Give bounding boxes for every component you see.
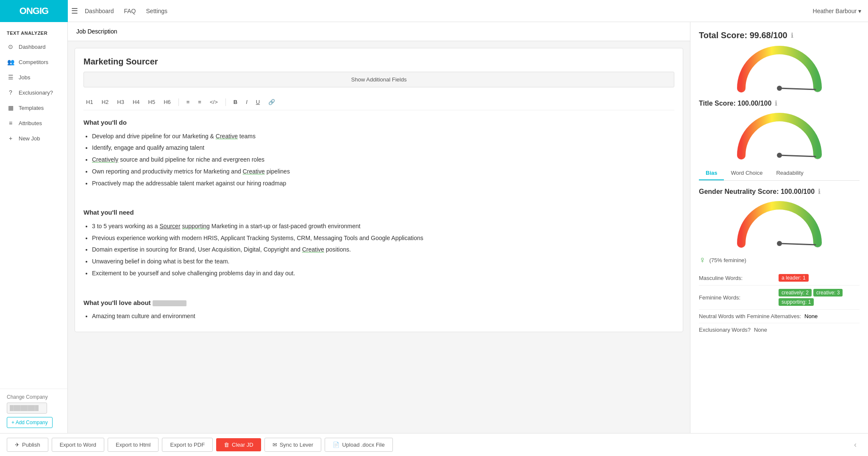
toolbar-link[interactable]: 🔗 xyxy=(266,98,278,106)
nav-dashboard[interactable]: Dashboard xyxy=(85,8,114,14)
feminine-words-label: Feminine Words: xyxy=(699,294,775,301)
job-title-input[interactable] xyxy=(83,57,674,67)
list-item: Excitement to be yourself and solve chal… xyxy=(92,269,674,279)
toolbar-h4[interactable]: H4 xyxy=(130,98,142,106)
toolbar-h2[interactable]: H2 xyxy=(99,98,111,106)
editor-header: Job Description xyxy=(68,22,690,41)
feminine-word-tag-0: creatively: 2 xyxy=(779,289,812,297)
neutral-words-value: None xyxy=(804,313,818,319)
sidebar-item-label: New Job xyxy=(19,135,40,142)
toolbar-ol[interactable]: ≡ xyxy=(195,98,204,106)
toolbar-bold[interactable]: B xyxy=(231,98,240,106)
sidebar-item-new-job[interactable]: + New Job xyxy=(0,131,67,146)
export-pdf-button[interactable]: Export to PDF xyxy=(162,438,213,452)
neutral-words-label: Neutral Words with Feminine Alternatives… xyxy=(699,313,801,319)
feminine-word-tag-1: creative: 3 xyxy=(813,289,843,297)
gender-score-info-icon[interactable]: ℹ xyxy=(818,187,821,196)
export-html-button[interactable]: Export to Html xyxy=(108,438,159,452)
total-score-row: Total Score: 99.68/100 ℹ xyxy=(699,31,860,40)
hamburger-icon[interactable]: ☰ xyxy=(71,6,78,16)
sidebar-item-jobs[interactable]: ☰ Jobs xyxy=(0,70,67,85)
toolbar-h5[interactable]: H5 xyxy=(146,98,158,106)
exclusionary-icon: ? xyxy=(7,89,14,96)
add-company-button[interactable]: + Add Company xyxy=(7,417,53,428)
editor-toolbar: H1 H2 H3 H4 H5 H6 ≡ ≡ </> B I U xyxy=(83,94,674,110)
user-name[interactable]: Heather Barbour xyxy=(813,8,861,14)
toolbar-underline[interactable]: U xyxy=(253,98,262,106)
sidebar-item-label: Competitors xyxy=(19,59,48,65)
highlighted-word: Sourcer xyxy=(160,223,181,229)
exclusionary-row: Exclusionary Words? None xyxy=(699,323,860,336)
upload-docx-button[interactable]: 📄 Upload .docx File xyxy=(325,438,392,452)
tab-word-choice[interactable]: Word Choice xyxy=(724,166,769,180)
feminine-words-row: Feminine Words: creatively: 2 creative: … xyxy=(699,285,860,310)
top-nav: ONGIG ☰ Dashboard FAQ Settings Heather B… xyxy=(0,0,868,22)
nav-faq[interactable]: FAQ xyxy=(124,8,136,14)
score-panel: Total Score: 99.68/100 ℹ xyxy=(690,22,868,433)
masculine-words-label: Masculine Words: xyxy=(699,275,775,281)
main-layout: TEXT ANALYZER ⊙ Dashboard 👥 Competitors … xyxy=(0,22,868,433)
gender-pct-label: (75% feminine) xyxy=(709,257,746,263)
svg-point-3 xyxy=(777,153,782,158)
export-word-button[interactable]: Export to Word xyxy=(52,438,104,452)
total-score-info-icon[interactable]: ℹ xyxy=(791,31,793,39)
toolbar-h3[interactable]: H3 xyxy=(114,98,127,106)
attributes-icon: ≡ xyxy=(7,120,14,126)
title-score-info-icon[interactable]: ℹ xyxy=(775,99,777,107)
clear-jd-button[interactable]: 🗑 Clear JD xyxy=(216,438,261,451)
sidebar-item-label: Dashboard xyxy=(19,44,46,50)
tab-readability[interactable]: Readability xyxy=(769,166,810,180)
highlighted-word: Creative xyxy=(216,133,238,140)
section2-list: 3 to 5 years working as a Sourcer suppor… xyxy=(83,221,674,279)
score-tabs: Bias Word Choice Readability xyxy=(699,166,860,181)
sidebar-item-attributes[interactable]: ≡ Attributes xyxy=(0,115,67,131)
section3-list: Amazing team culture and environment xyxy=(83,311,674,322)
exclusionary-value: None xyxy=(754,327,767,333)
editor-content[interactable]: What you'll do Develop and drive pipelin… xyxy=(83,117,674,322)
sidebar-section-title: TEXT ANALYZER xyxy=(0,25,67,39)
new-job-icon: + xyxy=(7,135,14,142)
total-score-gauge xyxy=(733,44,826,92)
export-html-label: Export to Html xyxy=(116,442,150,448)
export-word-label: Export to Word xyxy=(60,442,96,448)
svg-point-1 xyxy=(777,86,782,91)
publish-icon: ✈ xyxy=(15,442,19,448)
sidebar-item-competitors[interactable]: 👥 Competitors xyxy=(0,54,67,70)
show-additional-fields-button[interactable]: Show Additional Fields xyxy=(83,72,674,87)
gender-score-gauge xyxy=(733,199,826,248)
collapse-sidebar-button[interactable]: ‹ xyxy=(849,439,861,451)
list-item: Proactively map the addressable talent m… xyxy=(92,179,674,189)
section2-title: What you'll need xyxy=(83,207,674,218)
sidebar-item-templates[interactable]: ▦ Templates xyxy=(0,100,67,115)
sidebar: TEXT ANALYZER ⊙ Dashboard 👥 Competitors … xyxy=(0,22,68,433)
neutral-words-row: Neutral Words with Feminine Alternatives… xyxy=(699,310,860,323)
sidebar-item-label: Exclusionary? xyxy=(19,90,53,96)
toolbar-h6[interactable]: H6 xyxy=(161,98,173,106)
toolbar-ul[interactable]: ≡ xyxy=(184,98,192,106)
logo: ONGIG xyxy=(19,6,48,17)
company-input[interactable] xyxy=(7,403,47,414)
sync-lever-button[interactable]: ✉ Sync to Lever xyxy=(264,438,322,452)
upload-icon: 📄 xyxy=(333,442,339,448)
publish-button[interactable]: ✈ Publish xyxy=(7,438,48,452)
list-item: Domain expertise in sourcing for Brand, … xyxy=(92,245,674,255)
sidebar-item-exclusionary[interactable]: ? Exclusionary? xyxy=(0,85,67,100)
svg-line-4 xyxy=(779,243,815,245)
bottom-bar: ✈ Publish Export to Word Export to Html … xyxy=(0,433,868,456)
tab-bias[interactable]: Bias xyxy=(699,166,724,180)
masculine-word-tag: a leader: 1 xyxy=(779,274,809,282)
sidebar-item-label: Attributes xyxy=(19,120,42,126)
list-item: Own reporting and productivity metrics f… xyxy=(92,167,674,177)
svg-line-2 xyxy=(779,155,815,157)
section3-title: What you'll love about xyxy=(83,297,674,308)
toolbar-code[interactable]: </> xyxy=(207,98,220,106)
gauge-svg-1 xyxy=(733,44,826,92)
highlighted-word: Creative xyxy=(243,168,265,175)
toolbar-italic[interactable]: I xyxy=(243,98,250,106)
highlighted-word: Creatively xyxy=(92,156,118,163)
competitors-icon: 👥 xyxy=(7,59,14,65)
sidebar-item-dashboard[interactable]: ⊙ Dashboard xyxy=(0,39,67,54)
toolbar-h1[interactable]: H1 xyxy=(83,98,96,106)
nav-settings[interactable]: Settings xyxy=(146,8,168,14)
title-score-text: Title Score: 100.00/100 xyxy=(699,100,771,107)
